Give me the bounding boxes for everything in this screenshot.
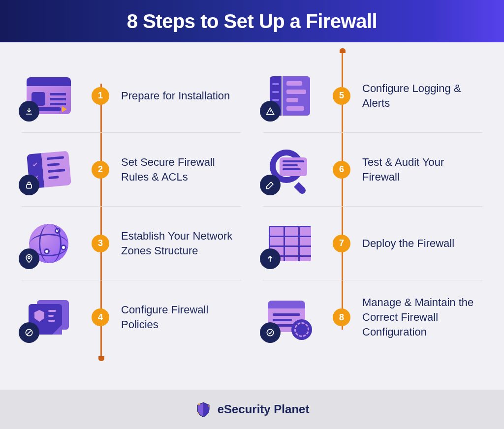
step-4-illustration (22, 293, 76, 342)
arrow-up-icon (260, 248, 281, 269)
svg-point-5 (208, 405, 209, 406)
step-1-text: Prepare for Installation (121, 89, 241, 103)
timeline-cap-right (340, 48, 346, 53)
step-1-illustration (22, 71, 76, 121)
page-title: 8 Steps to Set Up a Firewall (127, 10, 377, 32)
step-8-text: Manage & Maintain the Correct Firewall C… (362, 295, 482, 339)
step-2-number: 2 (92, 161, 109, 179)
step-3-number: 3 (92, 235, 109, 252)
svg-point-1 (28, 256, 30, 258)
svg-rect-0 (27, 184, 32, 188)
warning-icon (260, 101, 281, 122)
step-2: 2 Set Secure Firewall Rules & ACLs (22, 133, 241, 207)
svg-point-4 (198, 403, 199, 405)
svg-point-3 (267, 329, 273, 336)
svg-point-6 (197, 413, 198, 414)
header-banner: 8 Steps to Set Up a Firewall (0, 0, 504, 42)
pin-icon (19, 248, 39, 269)
step-1-number: 1 (92, 87, 109, 105)
step-4-text: Configure Firewall Policies (121, 303, 241, 332)
pencil-icon (260, 175, 281, 195)
step-7-illustration (263, 219, 317, 268)
step-2-text: Set Secure Firewall Rules & ACLs (121, 155, 241, 184)
footer-brand-text: eSecurity Planet (218, 402, 310, 416)
footer: eSecurity Planet (0, 390, 504, 429)
step-3-illustration (22, 219, 76, 268)
step-5-illustration (263, 71, 317, 121)
step-7: 7 Deploy the Firewall (263, 207, 482, 280)
step-5: 5 Configure Logging & Alerts (263, 59, 482, 133)
step-8: 8 Manage & Maintain the Correct Firewall… (263, 280, 482, 354)
step-7-number: 7 (333, 235, 350, 252)
steps-grid: 1 Prepare for Installation 2 Set Secure … (0, 42, 504, 364)
column-steps-1-4: 1 Prepare for Installation 2 Set Secure … (22, 59, 241, 354)
timeline-cap-left (98, 356, 104, 361)
step-5-number: 5 (333, 87, 350, 105)
step-4: 4 Configure Firewall Policies (22, 280, 241, 354)
column-steps-5-8: 5 Configure Logging & Alerts 6 Test & Au… (263, 59, 482, 354)
step-5-text: Configure Logging & Alerts (362, 81, 482, 110)
step-6-number: 6 (333, 161, 350, 179)
step-6-illustration (263, 145, 317, 194)
step-3: 3 Establish Your Network Zones Structure (22, 207, 241, 280)
step-7-text: Deploy the Firewall (362, 236, 482, 251)
shield-logo-icon (195, 401, 212, 418)
lock-icon (19, 175, 39, 195)
step-1: 1 Prepare for Installation (22, 59, 241, 133)
step-2-illustration (22, 145, 76, 194)
step-4-number: 4 (92, 308, 109, 326)
step-8-number: 8 (333, 308, 350, 326)
check-circle-icon (260, 322, 281, 343)
step-6: 6 Test & Audit Your Firewall (263, 133, 482, 207)
step-6-text: Test & Audit Your Firewall (362, 155, 482, 184)
download-icon (19, 101, 39, 122)
step-3-text: Establish Your Network Zones Structure (121, 229, 241, 258)
no-entry-icon (19, 322, 39, 343)
step-8-illustration (263, 293, 317, 342)
